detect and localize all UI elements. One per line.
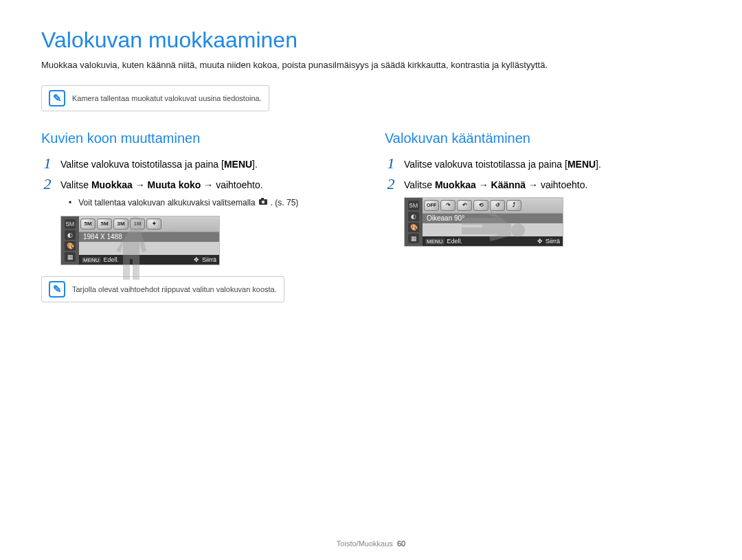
step-1-left: 1 Valitse valokuva toistotilassa ja pain… xyxy=(41,156,357,171)
step-number: 2 xyxy=(385,177,397,192)
page-title: Valokuvan muokkaaminen xyxy=(41,27,701,53)
svg-point-2 xyxy=(261,201,264,203)
section-heading-rotate: Valokuvan kääntäminen xyxy=(385,131,701,146)
step2-prefix: Valitse xyxy=(60,179,91,190)
camera-panel-resize: 5M ◐ 🎨 ▦ 5M 5M 3M 1M ✦ 1984 X 1488 xyxy=(60,216,220,265)
left-column: Kuvien koon muuttaminen 1 Valitse valoku… xyxy=(41,131,357,322)
note-box-1: ✎ Kamera tallentaa muokatut valokuvat uu… xyxy=(41,85,269,111)
page-footer: Toisto/Muokkaus 60 xyxy=(0,539,742,548)
step-text: Valitse valokuva toistotilassa ja paina … xyxy=(404,156,601,170)
note-icon: ✎ xyxy=(49,281,65,298)
page: Valokuvan muokkaaminen Muokkaa valokuvia… xyxy=(0,0,742,560)
note-text-1: Kamera tallentaa muokatut valokuvat uusi… xyxy=(72,94,262,102)
menu-button-label: MENU xyxy=(567,159,596,170)
svg-rect-1 xyxy=(261,198,264,200)
cam-main: 5M 5M 3M 1M ✦ 1984 X 1488 MENU Ed xyxy=(79,216,219,265)
step2-b2: Muuta koko xyxy=(148,179,201,190)
arrow: → xyxy=(526,179,541,190)
footer-page-number: 60 xyxy=(397,539,405,548)
footer-section: Toisto/Muokkaus xyxy=(337,539,393,548)
step-text: Valitse Muokkaa → Käännä → vaihtoehto. xyxy=(404,177,587,190)
cam-sidebar: 5M ◐ 🎨 ▦ xyxy=(61,216,79,265)
footer-right-label: Siirrä xyxy=(202,256,216,263)
step2-prefix: Valitse xyxy=(404,179,435,190)
step1-prefix: Valitse valokuva toistotilassa ja paina … xyxy=(404,159,567,170)
cam-main: OFF ↷ ↶ ⟲ ↺ ⤴ Oikeaan 90° MENU xyxy=(423,198,563,246)
step-number: 1 xyxy=(41,156,54,171)
sidebar-icon-adjust: ◐ xyxy=(408,212,419,221)
bullet-prefix: Voit tallentaa valokuvan alkukuvaksi val… xyxy=(78,198,255,208)
step2-b1: Muokkaa xyxy=(91,179,133,190)
arrow: → xyxy=(201,179,216,190)
sidebar-icon-grid: ▦ xyxy=(65,252,76,262)
footer-menu-key: MENU xyxy=(425,238,445,245)
start-image-icon xyxy=(258,197,268,208)
menu-button-label: MENU xyxy=(224,159,252,170)
sidebar-icon-grid: ▦ xyxy=(408,234,419,243)
toolbar-btn[interactable]: OFF xyxy=(424,200,439,211)
right-column: Valokuvan kääntäminen 1 Valitse valokuva… xyxy=(385,131,701,322)
move-icon: ✥ xyxy=(537,238,543,245)
toolbar-btn[interactable]: 5M xyxy=(97,219,112,229)
step2-b2: Käännä xyxy=(491,179,526,190)
step-number: 2 xyxy=(41,177,54,192)
svg-point-3 xyxy=(128,216,142,230)
step2-tail: vaihtoehto. xyxy=(216,179,263,190)
step-number: 1 xyxy=(385,156,397,171)
arrow: → xyxy=(476,179,491,190)
step1-suffix: ]. xyxy=(596,159,601,170)
svg-point-4 xyxy=(511,223,525,237)
silhouette-icon xyxy=(115,214,156,284)
step-1-right: 1 Valitse valokuva toistotilassa ja pain… xyxy=(385,156,701,171)
step-2-right: 2 Valitse Muokkaa → Käännä → vaihtoehto. xyxy=(385,177,701,192)
step1-prefix: Valitse valokuva toistotilassa ja paina … xyxy=(60,159,224,170)
toolbar-btn[interactable]: 5M xyxy=(80,219,95,229)
note-icon: ✎ xyxy=(49,90,65,107)
move-icon: ✥ xyxy=(194,256,199,263)
section-heading-resize: Kuvien koon muuttaminen xyxy=(41,131,357,146)
sidebar-icon-size: 5M xyxy=(408,201,419,210)
cam-canvas xyxy=(423,223,563,236)
step-text: Valitse Muokkaa → Muuta koko → vaihtoeht… xyxy=(60,177,263,190)
sidebar-icon-adjust: ◐ xyxy=(65,230,76,240)
sidebar-icon-size: 5M xyxy=(65,219,76,229)
footer-right-label: Siirrä xyxy=(546,238,560,245)
toolbar-btn[interactable]: ↷ xyxy=(440,200,456,211)
bullet-dot: • xyxy=(69,198,71,208)
sidebar-icon-palette: 🎨 xyxy=(408,223,419,232)
arrow: → xyxy=(133,179,148,190)
cam-sidebar: 5M ◐ 🎨 ▦ xyxy=(405,198,423,246)
sidebar-icon-palette: 🎨 xyxy=(65,241,76,251)
note-box-2: ✎ Tarjolla olevat vaihtoehdot riippuvat … xyxy=(41,276,284,302)
bullet-suffix: . (s. 75) xyxy=(271,198,299,208)
intro-text: Muokkaa valokuvia, kuten käännä niitä, m… xyxy=(41,60,701,70)
step-2-left: 2 Valitse Muokkaa → Muuta koko → vaihtoe… xyxy=(41,177,357,192)
step2-b1: Muokkaa xyxy=(435,179,476,190)
step2-tail: vaihtoehto. xyxy=(541,179,588,190)
camera-panel-rotate: 5M ◐ 🎨 ▦ OFF ↷ ↶ ⟲ ↺ ⤴ Oikeaan 90° xyxy=(404,197,563,247)
columns: Kuvien koon muuttaminen 1 Valitse valoku… xyxy=(41,131,701,322)
bullet-note: • Voit tallentaa valokuvan alkukuvaksi v… xyxy=(69,197,357,208)
step1-suffix: ]. xyxy=(252,159,258,170)
footer-menu-key: MENU xyxy=(82,257,101,263)
step-text: Valitse valokuva toistotilassa ja paina … xyxy=(60,156,258,170)
note-text-2: Tarjolla olevat vaihtoehdot riippuvat va… xyxy=(72,285,277,293)
silhouette-icon xyxy=(458,210,528,251)
cam-canvas xyxy=(79,242,219,255)
